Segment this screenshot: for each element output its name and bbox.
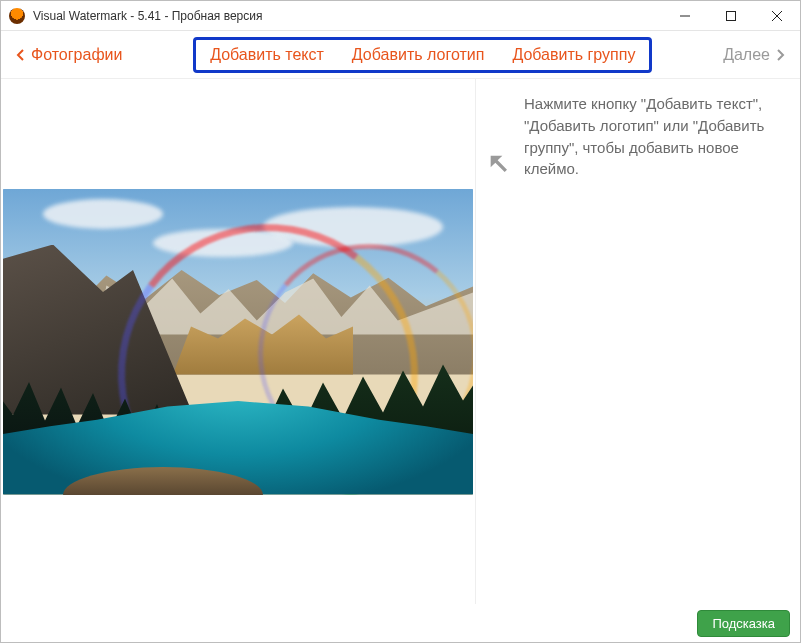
back-button[interactable]: Фотографии (15, 46, 122, 64)
svg-rect-0 (727, 11, 736, 20)
hint-text: Нажмите кнопку "Добавить текст", "Добави… (524, 93, 778, 590)
maximize-icon (726, 11, 736, 21)
close-icon (772, 11, 782, 21)
chevron-right-icon (774, 49, 786, 61)
canvas-pane (1, 79, 476, 604)
minimize-icon (680, 11, 690, 21)
side-pane: Нажмите кнопку "Добавить текст", "Добави… (476, 79, 800, 604)
back-label: Фотографии (31, 46, 122, 64)
preview-image[interactable] (3, 189, 473, 495)
main-area: Нажмите кнопку "Добавить текст", "Добави… (1, 79, 800, 604)
maximize-button[interactable] (708, 1, 754, 31)
footer: Подсказка (1, 604, 800, 642)
minimize-button[interactable] (662, 1, 708, 31)
close-button[interactable] (754, 1, 800, 31)
next-label: Далее (723, 46, 770, 64)
toolbar: Фотографии Добавить текст Добавить логот… (1, 31, 800, 79)
next-button[interactable]: Далее (723, 46, 786, 64)
app-window: Visual Watermark - 5.41 - Пробная версия… (0, 0, 801, 643)
window-title: Visual Watermark - 5.41 - Пробная версия (33, 9, 262, 23)
add-actions-highlight: Добавить текст Добавить логотип Добавить… (193, 37, 652, 73)
add-group-button[interactable]: Добавить группу (512, 46, 635, 64)
add-text-button[interactable]: Добавить текст (210, 46, 324, 64)
app-icon (9, 8, 25, 24)
arrow-up-left-icon (486, 151, 514, 179)
chevron-left-icon (15, 49, 27, 61)
add-logo-button[interactable]: Добавить логотип (352, 46, 485, 64)
titlebar: Visual Watermark - 5.41 - Пробная версия (1, 1, 800, 31)
hint-button[interactable]: Подсказка (697, 610, 790, 637)
